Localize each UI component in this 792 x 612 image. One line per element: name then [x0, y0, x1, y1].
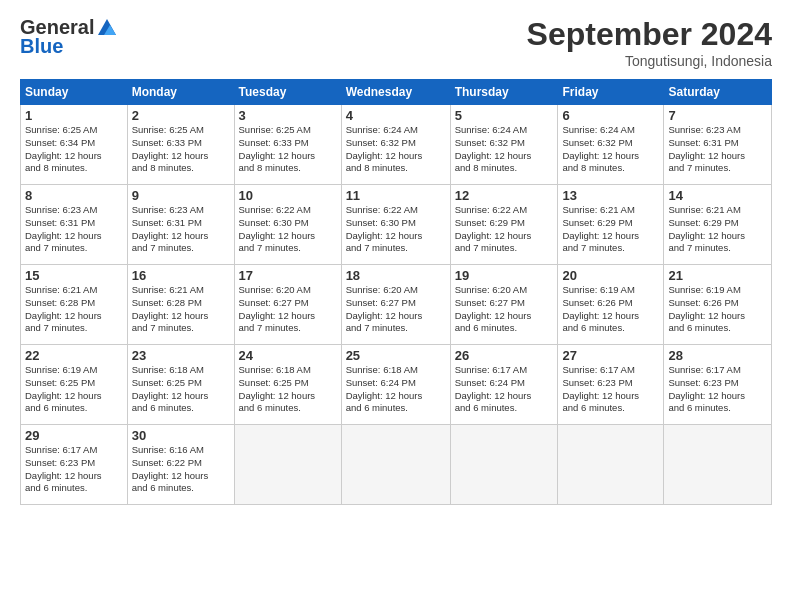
calendar-cell: 19 Sunrise: 6:20 AMSunset: 6:27 PMDaylig… — [450, 265, 558, 345]
day-number: 19 — [455, 268, 554, 283]
calendar-cell — [341, 425, 450, 505]
page: General Blue September 2024 Tongutisungi… — [0, 0, 792, 612]
day-info: Sunrise: 6:23 AMSunset: 6:31 PMDaylight:… — [132, 204, 230, 255]
day-number: 24 — [239, 348, 337, 363]
day-number: 27 — [562, 348, 659, 363]
calendar-cell: 28 Sunrise: 6:17 AMSunset: 6:23 PMDaylig… — [664, 345, 772, 425]
calendar-cell — [558, 425, 664, 505]
calendar-cell: 9 Sunrise: 6:23 AMSunset: 6:31 PMDayligh… — [127, 185, 234, 265]
header-saturday: Saturday — [664, 80, 772, 105]
day-number: 22 — [25, 348, 123, 363]
month-title: September 2024 — [527, 16, 772, 53]
calendar-cell: 5 Sunrise: 6:24 AMSunset: 6:32 PMDayligh… — [450, 105, 558, 185]
day-info: Sunrise: 6:17 AMSunset: 6:24 PMDaylight:… — [455, 364, 554, 415]
day-info: Sunrise: 6:17 AMSunset: 6:23 PMDaylight:… — [25, 444, 123, 495]
day-info: Sunrise: 6:23 AMSunset: 6:31 PMDaylight:… — [668, 124, 767, 175]
day-info: Sunrise: 6:19 AMSunset: 6:26 PMDaylight:… — [562, 284, 659, 335]
day-info: Sunrise: 6:21 AMSunset: 6:28 PMDaylight:… — [132, 284, 230, 335]
calendar-cell: 14 Sunrise: 6:21 AMSunset: 6:29 PMDaylig… — [664, 185, 772, 265]
header-wednesday: Wednesday — [341, 80, 450, 105]
calendar-cell: 15 Sunrise: 6:21 AMSunset: 6:28 PMDaylig… — [21, 265, 128, 345]
day-info: Sunrise: 6:18 AMSunset: 6:25 PMDaylight:… — [239, 364, 337, 415]
title-section: September 2024 Tongutisungi, Indonesia — [527, 16, 772, 69]
day-info: Sunrise: 6:20 AMSunset: 6:27 PMDaylight:… — [346, 284, 446, 335]
day-info: Sunrise: 6:20 AMSunset: 6:27 PMDaylight:… — [239, 284, 337, 335]
calendar-cell: 20 Sunrise: 6:19 AMSunset: 6:26 PMDaylig… — [558, 265, 664, 345]
day-number: 20 — [562, 268, 659, 283]
day-number: 23 — [132, 348, 230, 363]
day-info: Sunrise: 6:21 AMSunset: 6:29 PMDaylight:… — [562, 204, 659, 255]
day-info: Sunrise: 6:19 AMSunset: 6:26 PMDaylight:… — [668, 284, 767, 335]
calendar-cell: 8 Sunrise: 6:23 AMSunset: 6:31 PMDayligh… — [21, 185, 128, 265]
day-info: Sunrise: 6:19 AMSunset: 6:25 PMDaylight:… — [25, 364, 123, 415]
calendar-cell: 18 Sunrise: 6:20 AMSunset: 6:27 PMDaylig… — [341, 265, 450, 345]
calendar-cell: 26 Sunrise: 6:17 AMSunset: 6:24 PMDaylig… — [450, 345, 558, 425]
day-info: Sunrise: 6:22 AMSunset: 6:30 PMDaylight:… — [346, 204, 446, 255]
day-info: Sunrise: 6:25 AMSunset: 6:33 PMDaylight:… — [239, 124, 337, 175]
day-number: 1 — [25, 108, 123, 123]
calendar-cell: 23 Sunrise: 6:18 AMSunset: 6:25 PMDaylig… — [127, 345, 234, 425]
day-info: Sunrise: 6:23 AMSunset: 6:31 PMDaylight:… — [25, 204, 123, 255]
day-info: Sunrise: 6:25 AMSunset: 6:33 PMDaylight:… — [132, 124, 230, 175]
calendar-cell: 30 Sunrise: 6:16 AMSunset: 6:22 PMDaylig… — [127, 425, 234, 505]
day-number: 3 — [239, 108, 337, 123]
header-tuesday: Tuesday — [234, 80, 341, 105]
calendar-cell: 24 Sunrise: 6:18 AMSunset: 6:25 PMDaylig… — [234, 345, 341, 425]
day-number: 6 — [562, 108, 659, 123]
calendar-cell: 11 Sunrise: 6:22 AMSunset: 6:30 PMDaylig… — [341, 185, 450, 265]
day-info: Sunrise: 6:24 AMSunset: 6:32 PMDaylight:… — [562, 124, 659, 175]
calendar-week-row: 8 Sunrise: 6:23 AMSunset: 6:31 PMDayligh… — [21, 185, 772, 265]
header-monday: Monday — [127, 80, 234, 105]
calendar-cell: 16 Sunrise: 6:21 AMSunset: 6:28 PMDaylig… — [127, 265, 234, 345]
calendar-cell: 27 Sunrise: 6:17 AMSunset: 6:23 PMDaylig… — [558, 345, 664, 425]
calendar-cell: 13 Sunrise: 6:21 AMSunset: 6:29 PMDaylig… — [558, 185, 664, 265]
day-info: Sunrise: 6:20 AMSunset: 6:27 PMDaylight:… — [455, 284, 554, 335]
day-number: 21 — [668, 268, 767, 283]
calendar-cell: 29 Sunrise: 6:17 AMSunset: 6:23 PMDaylig… — [21, 425, 128, 505]
logo: General Blue — [20, 16, 118, 58]
calendar-cell — [450, 425, 558, 505]
day-number: 29 — [25, 428, 123, 443]
header-sunday: Sunday — [21, 80, 128, 105]
day-number: 7 — [668, 108, 767, 123]
day-info: Sunrise: 6:21 AMSunset: 6:28 PMDaylight:… — [25, 284, 123, 335]
day-info: Sunrise: 6:18 AMSunset: 6:24 PMDaylight:… — [346, 364, 446, 415]
day-number: 14 — [668, 188, 767, 203]
calendar-header-row: Sunday Monday Tuesday Wednesday Thursday… — [21, 80, 772, 105]
calendar-cell: 17 Sunrise: 6:20 AMSunset: 6:27 PMDaylig… — [234, 265, 341, 345]
day-number: 25 — [346, 348, 446, 363]
day-number: 18 — [346, 268, 446, 283]
calendar-cell: 3 Sunrise: 6:25 AMSunset: 6:33 PMDayligh… — [234, 105, 341, 185]
day-number: 28 — [668, 348, 767, 363]
calendar-week-row: 29 Sunrise: 6:17 AMSunset: 6:23 PMDaylig… — [21, 425, 772, 505]
header-thursday: Thursday — [450, 80, 558, 105]
header: General Blue September 2024 Tongutisungi… — [20, 16, 772, 69]
day-number: 2 — [132, 108, 230, 123]
day-number: 5 — [455, 108, 554, 123]
calendar-cell: 2 Sunrise: 6:25 AMSunset: 6:33 PMDayligh… — [127, 105, 234, 185]
day-number: 4 — [346, 108, 446, 123]
day-info: Sunrise: 6:18 AMSunset: 6:25 PMDaylight:… — [132, 364, 230, 415]
day-info: Sunrise: 6:24 AMSunset: 6:32 PMDaylight:… — [346, 124, 446, 175]
day-number: 15 — [25, 268, 123, 283]
day-number: 12 — [455, 188, 554, 203]
calendar-week-row: 22 Sunrise: 6:19 AMSunset: 6:25 PMDaylig… — [21, 345, 772, 425]
location: Tongutisungi, Indonesia — [527, 53, 772, 69]
calendar-cell: 6 Sunrise: 6:24 AMSunset: 6:32 PMDayligh… — [558, 105, 664, 185]
header-friday: Friday — [558, 80, 664, 105]
calendar-cell — [664, 425, 772, 505]
day-info: Sunrise: 6:21 AMSunset: 6:29 PMDaylight:… — [668, 204, 767, 255]
calendar-cell: 4 Sunrise: 6:24 AMSunset: 6:32 PMDayligh… — [341, 105, 450, 185]
day-info: Sunrise: 6:22 AMSunset: 6:29 PMDaylight:… — [455, 204, 554, 255]
day-number: 17 — [239, 268, 337, 283]
calendar-cell: 12 Sunrise: 6:22 AMSunset: 6:29 PMDaylig… — [450, 185, 558, 265]
day-info: Sunrise: 6:25 AMSunset: 6:34 PMDaylight:… — [25, 124, 123, 175]
calendar-cell: 7 Sunrise: 6:23 AMSunset: 6:31 PMDayligh… — [664, 105, 772, 185]
day-number: 13 — [562, 188, 659, 203]
day-number: 26 — [455, 348, 554, 363]
day-number: 9 — [132, 188, 230, 203]
logo-blue-text: Blue — [20, 35, 63, 58]
day-number: 8 — [25, 188, 123, 203]
day-info: Sunrise: 6:22 AMSunset: 6:30 PMDaylight:… — [239, 204, 337, 255]
day-number: 16 — [132, 268, 230, 283]
